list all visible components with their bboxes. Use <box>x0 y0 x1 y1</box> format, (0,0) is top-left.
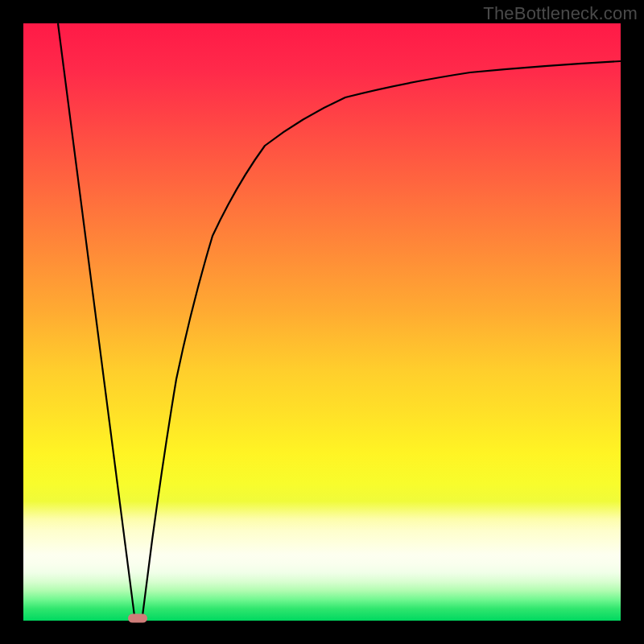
optimal-point-marker <box>128 614 147 623</box>
watermark-label: TheBottleneck.com <box>483 3 638 24</box>
curve-right-branch <box>142 61 621 616</box>
curve-left-branch <box>58 23 134 616</box>
bottleneck-curve <box>23 23 621 621</box>
